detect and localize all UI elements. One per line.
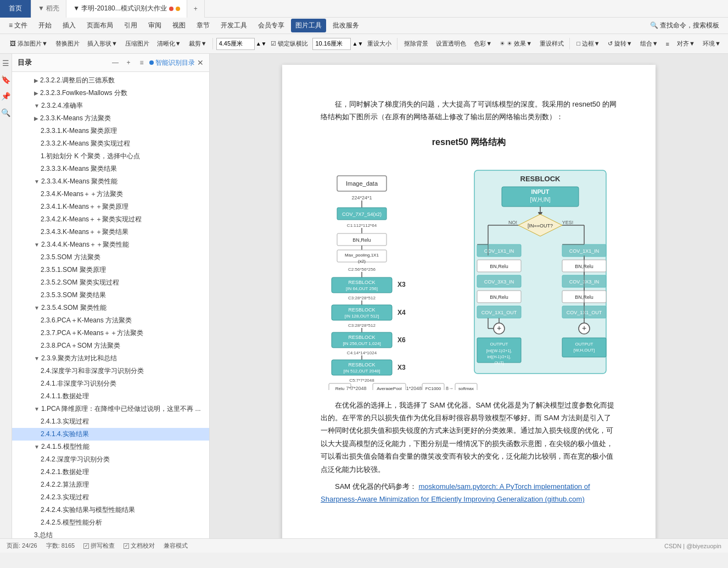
toc-item[interactable]: 1.初始划分 K 个聚类，选择中心点 [12,150,209,163]
reset-style-button[interactable]: 重设样式 [536,38,567,49]
rotate-button[interactable]: ↺ 旋转▼ [604,38,636,49]
toc-item[interactable]: 2.4.1.3.实现过程 [12,415,209,428]
toc-item[interactable]: 2.3.5.3.SOM 聚类结果 [12,289,209,302]
align-button[interactable]: 对齐▼ [674,38,698,49]
toc-item[interactable]: 2.4.2.2.算法原理 [12,478,209,491]
resize-button[interactable]: 重设大小 [364,38,395,49]
toc-item[interactable]: ▼2.3.3.4.K-Means 聚类性能 [12,175,209,188]
sidebar-icon-search[interactable]: 🔍 [1,108,11,118]
toc-item[interactable]: ▶2.3.2.2.调整后的三德系数 [12,74,209,87]
toc-expand-one[interactable]: + [123,57,134,68]
menu-chapter[interactable]: 章节 [192,19,214,32]
toc-item[interactable]: 2.3.5.SOM 方法聚类 [12,251,209,264]
menu-search[interactable]: 🔍 查找命令，搜索模板 [646,19,724,32]
effects-button[interactable]: ☀ ☀ 效果▼ [496,38,535,49]
sharpen-button[interactable]: 清晰化▼ [154,38,184,49]
colorize-button[interactable]: 色彩▼ [471,38,495,49]
svg-text:Relu: Relu [335,386,344,390]
layers-button[interactable]: ≡ [663,39,673,49]
svg-text:C2:56*56*256: C2:56*56*256 [348,267,376,272]
add-image-button[interactable]: 🖼 添加图片▼ [7,38,51,49]
replace-image-button[interactable]: 替换图片 [52,38,83,49]
add-tab[interactable]: + [187,0,205,18]
toc-item[interactable]: ▼2.3.2.4.准确率 [12,99,209,112]
toc-item[interactable]: 2.3.5.1.SOM 聚类原理 [12,264,209,276]
menu-insert[interactable]: 插入 [58,19,80,32]
toc-item[interactable]: 2.3.8.PCA＋SOM 方法聚类 [12,339,209,352]
sidebar-icon-bookmark[interactable]: 🔖 [1,75,11,85]
svg-text:C3:28*28*512: C3:28*28*512 [348,323,376,328]
menu-file[interactable]: ≡ 文件 [4,19,32,32]
toc-item[interactable]: 2.4.2.3.实现过程 [12,491,209,504]
toc-item[interactable]: 2.4.深度学习和非深度学习识别分类 [12,365,209,377]
toc-item[interactable]: 2.4.2.深度学习识别分类 [12,453,209,466]
menu-correct[interactable]: 批改服务 [328,19,363,32]
toc-item[interactable]: ▼2.4.1.5.模型性能 [12,441,209,453]
sidebar-icon-toc[interactable]: ☰ [1,58,11,68]
toolbar-group-image: 🖼 添加图片▼ 替换图片 插入形状▼ 压缩图片 清晰化▼ 裁剪▼ [4,38,213,49]
wps-tab[interactable]: ▼ 稻壳 [31,0,66,18]
menu-image-tool[interactable]: 图片工具 [291,19,326,32]
menu-start[interactable]: 开始 [34,19,56,32]
remove-bg-button[interactable]: 抠除背景 [401,38,432,49]
toc-close-button[interactable]: ✕ [197,58,204,67]
toc-item[interactable]: 2.4.2.5.模型性能分析 [12,516,209,529]
insert-shape-button[interactable]: 插入形状▼ [84,38,121,49]
menu-view[interactable]: 视图 [168,19,190,32]
menu-vip[interactable]: 会员专享 [254,19,289,32]
toc-item[interactable]: 2.3.6.PCA＋K-Means 方法聚类 [12,314,209,327]
toc-item[interactable]: ▼2.3.4.4.K-Means＋＋聚类性能 [12,238,209,251]
toc-item[interactable]: 2.4.2.1.数据处理 [12,466,209,478]
dot-yellow [176,7,180,11]
toc-item[interactable]: 2.3.4.2.K-Means＋＋聚类实现过程 [12,213,209,226]
toc-item[interactable]: 2.4.1.非深度学习识别分类 [12,377,209,390]
environment-button[interactable]: 环境▼ [699,38,724,49]
toc-item[interactable]: 2.3.3.1.K-Means 聚类原理 [12,125,209,137]
menu-review[interactable]: 审阅 [144,19,166,32]
toc-item[interactable]: 2.3.4.1.K-Means＋＋聚类原理 [12,201,209,213]
height-input[interactable] [312,38,351,50]
toc-item[interactable]: 2.3.7.PCA＋K-Means＋＋方法聚类 [12,327,209,339]
svg-text:[IN==OUT?: [IN==OUT? [528,223,553,229]
svg-text:C4:14*14*1024: C4:14*14*1024 [347,350,377,355]
lock-ratio-button[interactable]: ☑ 锁定纵横比 [267,38,311,49]
toc-item[interactable]: 2.3.5.2.SOM 聚类实现过程 [12,276,209,289]
border-button[interactable]: □ 边框▼ [573,38,603,49]
set-transparent-button[interactable]: 设置透明色 [433,38,469,49]
group-button[interactable]: 组合▼ [637,38,662,49]
toc-smart-identify[interactable]: 智能识别目录 [149,58,195,68]
compress-button[interactable]: 压缩图片 [122,38,153,49]
menu-layout[interactable]: 页面布局 [82,19,117,32]
toc-item[interactable]: 3.总结 [12,529,209,538]
toc-item[interactable]: ▶2.3.3.K-Means 方法聚类 [12,112,209,125]
menu-reference[interactable]: 引用 [120,19,142,32]
document-page: 征，同时解决了梯度消失的问题，大大提高了可训练模型的深度。我采用的 resnet… [282,65,656,538]
toc-item[interactable]: 2.3.3.2.K-Means 聚类实现过程 [12,137,209,150]
crop-button[interactable]: 裁剪▼ [186,38,210,49]
menu-devtools[interactable]: 开发工具 [216,19,251,32]
toc-item-active[interactable]: 2.4.1.4.实验结果 [12,428,209,441]
spell-check[interactable]: ✓ 拼写检查 [83,542,115,550]
toc-item[interactable]: ▼1.PCA 降维原理：在降维中已经做过说明，这里不再 ... [12,403,209,415]
up-layer-button[interactable]: 上移一层▼ [725,38,728,49]
toc-collapse-all[interactable]: — [110,57,121,68]
toc-item[interactable]: 2.4.2.4.实验结果与模型性能结果 [12,504,209,516]
toc-header: 目录 — + ≡ 智能识别目录 ✕ [12,54,209,72]
toc-item[interactable]: 2.3.4.3.K-Means＋＋聚类结果 [12,226,209,238]
toc-item[interactable]: 2.3.4.K-Means＋＋方法聚类 [12,188,209,201]
svg-text:YES!: YES! [562,220,574,225]
toc-item[interactable]: ▼2.3.5.4.SOM 聚类性能 [12,302,209,314]
toc-expand-all[interactable]: ≡ [136,57,147,68]
document-area[interactable]: 征，同时解决了梯度消失的问题，大大提高了可训练模型的深度。我采用的 resnet… [210,54,728,538]
width-input[interactable] [216,38,255,50]
home-tab[interactable]: 首页 [0,0,31,18]
toc-item[interactable]: ▼2.3.9.聚类方法对比和总结 [12,352,209,365]
toc-item[interactable]: 2.4.1.1.数据处理 [12,390,209,403]
doc-tab[interactable]: ▼ 李明-20180...模式识别大作业 [66,0,187,18]
toc-item[interactable]: ▶2.3.2.3.Fowlkes-Mallows 分数 [12,87,209,99]
menu-bar: ≡ 文件 开始 插入 页面布局 引用 审阅 视图 章节 开发工具 会员专享 图片… [0,18,728,34]
sidebar-icon-note[interactable]: 📌 [1,91,11,101]
toc-item[interactable]: 2.3.3.3.K-Means 聚类结果 [12,163,209,175]
svg-text:OUT]: OUT] [495,361,504,365]
doc-compare[interactable]: ✓ 文档校对 [124,542,155,550]
